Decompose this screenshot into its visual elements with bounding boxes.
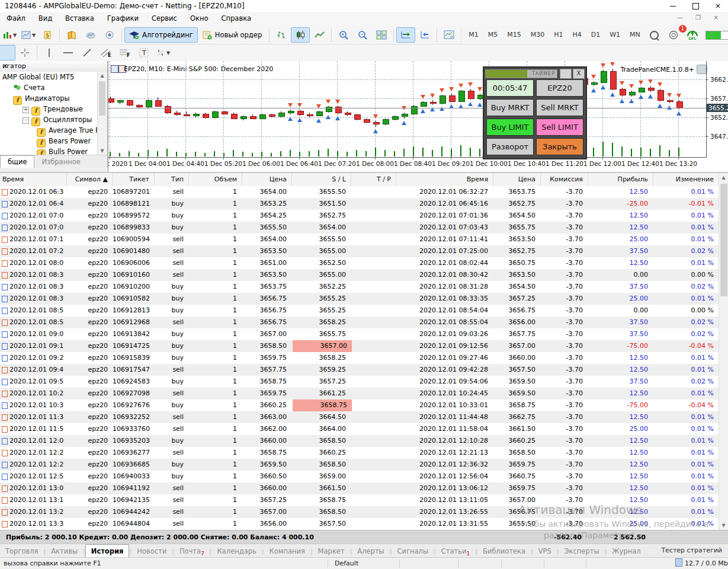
sell-market-button[interactable]: Sell MRKT <box>536 99 583 116</box>
zoom-out-button[interactable] <box>353 27 372 43</box>
table-scrollbar[interactable]: ▲ ▼ <box>719 173 728 530</box>
navigator-item[interactable]: fAverage True Ran <box>0 125 98 136</box>
navigator-scrollbar[interactable]: ▲ ▼ <box>97 72 107 155</box>
notifications-button[interactable]: 1 <box>664 27 683 43</box>
minimize-button[interactable] <box>663 0 683 12</box>
auto-scroll-button[interactable] <box>396 27 415 43</box>
menu-Файл[interactable]: Файл <box>0 12 32 26</box>
history-row[interactable]: 2020.12.01 08:30...epz20106910160sell136… <box>0 269 719 281</box>
menu-Графики[interactable]: Графики <box>101 12 145 26</box>
history-center-button[interactable] <box>62 27 81 43</box>
history-row[interactable]: 2020.12.01 09:02...epz20106913842buy1365… <box>0 328 719 340</box>
tab-Библиотека[interactable]: Библиотека <box>477 545 531 558</box>
timeframe-W1[interactable]: W1 <box>605 28 625 41</box>
navigator-item[interactable]: Счета <box>0 82 98 93</box>
tile-windows-button[interactable] <box>372 27 391 43</box>
menu-Сервис[interactable]: Сервис <box>145 12 184 26</box>
close-position-button[interactable]: Закрыть <box>536 138 583 155</box>
history-row[interactable]: 2020.12.01 11:34...epz20106932252sell136… <box>0 411 719 423</box>
broadcast-icon[interactable] <box>100 27 119 43</box>
history-row[interactable]: 2020.12.01 10:31...epz20106927676buy1366… <box>0 399 719 411</box>
navigator-item[interactable]: fBulls Power <box>0 146 98 155</box>
history-row[interactable]: 2020.12.01 13:05...epz20106941192sell136… <box>0 482 719 494</box>
navigator-tab-бщие[interactable]: бщие <box>0 155 34 168</box>
column-header-7[interactable]: T / P <box>351 173 396 186</box>
menu-Вид[interactable]: Вид <box>32 12 59 26</box>
depth-of-market-icon[interactable] <box>111 65 118 73</box>
symbol-button[interactable]: EPZ20 <box>536 79 583 97</box>
trendline-tool-button[interactable] <box>78 45 97 60</box>
tab-Календарь[interactable]: Календарь <box>212 545 262 558</box>
history-row[interactable]: 2020.12.01 06:30...epz20106897201sell136… <box>0 186 719 198</box>
tab-Активы[interactable]: Активы <box>46 545 83 558</box>
collapse-icon[interactable]: - <box>23 117 29 124</box>
history-row[interactable]: 2020.12.01 07:11...epz20106900594sell136… <box>0 234 719 245</box>
candlestick-mode-button[interactable] <box>291 27 310 43</box>
column-header-12[interactable]: Изменение <box>653 173 719 186</box>
history-row[interactable]: 2020.12.01 08:54...epz20106912968sell136… <box>0 317 719 328</box>
cursor-tool-button[interactable] <box>0 45 15 60</box>
history-row[interactable]: 2020.12.01 08:33...epz20106910582buy1365… <box>0 293 719 305</box>
scroll-up-icon[interactable]: ▲ <box>98 73 107 78</box>
history-row[interactable]: 2020.12.01 08:30...epz20106910200buy1365… <box>0 281 719 293</box>
timeframe-D1[interactable]: D1 <box>586 28 605 41</box>
panel-close-button[interactable]: X <box>573 69 585 79</box>
equidistant-channel-tool-button[interactable]: E <box>97 45 116 60</box>
chart-shift-button[interactable] <box>415 27 434 43</box>
buy-limit-button[interactable]: Buy LIMIT <box>486 119 534 136</box>
navigator-item[interactable]: AMP Global (EU) MT5 <box>0 72 98 82</box>
scroll-up-icon[interactable]: ▲ <box>719 175 728 180</box>
navigator-tab-Избранное[interactable]: Избранное <box>34 156 87 168</box>
history-row[interactable]: 2020.12.01 13:31...epz20106944804sell136… <box>0 518 719 530</box>
navigator-item[interactable]: fBears Power <box>0 136 98 146</box>
navigator-titlebar[interactable]: игатор ✕ <box>0 61 107 72</box>
expand-icon[interactable]: + <box>23 107 29 113</box>
new-chart-button[interactable]: ▼ <box>0 27 19 43</box>
tab-Алерты[interactable]: Алерты <box>352 545 389 558</box>
navigator-close-icon[interactable]: ✕ <box>2 62 105 70</box>
strategy-tester-window-button[interactable] <box>440 27 458 43</box>
profiles-button[interactable]: ▼ <box>19 27 38 43</box>
navigator-item[interactable]: +fТрендовые <box>0 104 98 114</box>
tab-История[interactable]: История <box>85 544 130 558</box>
status-traffic[interactable]: 12.7 / 0.0 Mb <box>675 558 728 569</box>
column-header-1[interactable]: Символ ▲ <box>64 173 113 186</box>
history-row[interactable]: 2020.12.01 08:01...epz20106906006sell136… <box>0 257 719 269</box>
arrows-objects-button[interactable]: ▼ <box>153 45 172 60</box>
cloud-data-button[interactable] <box>81 27 100 43</box>
bar-chart-mode-button[interactable] <box>272 27 291 43</box>
history-row[interactable]: 2020.12.01 09:12...epz20106914725buy1365… <box>0 340 719 352</box>
column-header-8[interactable]: Время <box>396 173 493 186</box>
buy-market-button[interactable]: Buy MRKT <box>486 99 534 116</box>
strategy-tester-label[interactable]: Тестер стратегий <box>661 544 722 557</box>
scrollbar-thumb[interactable] <box>99 81 105 116</box>
column-header-6[interactable]: S / L <box>291 173 351 186</box>
column-header-4[interactable]: Объем <box>188 173 242 186</box>
horizontal-line-tool-button[interactable] <box>59 45 78 60</box>
timeframe-M15[interactable]: M15 <box>502 28 526 41</box>
history-row[interactable]: 2020.12.01 13:25...epz20106944242sell136… <box>0 506 719 518</box>
history-row[interactable]: 2020.12.01 06:40...epz20106898121buy1365… <box>0 198 719 210</box>
symbols-button[interactable]: $ <box>38 27 57 43</box>
scroll-down-icon[interactable]: ▼ <box>719 523 728 528</box>
navigator-item[interactable]: -fОсцилляторы <box>0 114 98 125</box>
tab-Новости[interactable]: Новости <box>132 545 172 558</box>
algotrading-button[interactable]: Алготрейдинг <box>124 27 198 43</box>
history-row[interactable]: 2020.12.01 09:53...epz20106924583buy1365… <box>0 376 719 388</box>
history-row[interactable]: 2020.12.01 13:10...epz20106942135sell136… <box>0 494 719 506</box>
history-row[interactable]: 2020.12.01 07:00...epz20106899572buy1365… <box>0 210 719 222</box>
timeframe-M5[interactable]: M5 <box>483 28 503 41</box>
history-row[interactable]: 2020.12.01 08:52...epz20106912813buy1365… <box>0 305 719 317</box>
navigator-item[interactable]: fИндикаторы <box>0 93 98 104</box>
history-row[interactable]: 2020.12.01 07:23...epz20106901480sell136… <box>0 245 719 257</box>
close-button[interactable]: × <box>708 0 728 12</box>
history-row[interactable]: 2020.12.01 12:20...epz20106936277sell136… <box>0 447 719 459</box>
crosshair-tool-button[interactable] <box>15 45 34 60</box>
text-tool-button[interactable]: T <box>134 45 153 60</box>
child-restore-button[interactable]: ❐ <box>695 14 701 21</box>
fibonacci-tool-button[interactable]: F <box>116 45 134 60</box>
column-header-3[interactable]: Тип <box>154 173 189 186</box>
menu-Окно[interactable]: Окно <box>184 12 215 26</box>
timeframe-M30[interactable]: M30 <box>526 28 550 41</box>
timeframe-H4[interactable]: H4 <box>567 28 586 41</box>
